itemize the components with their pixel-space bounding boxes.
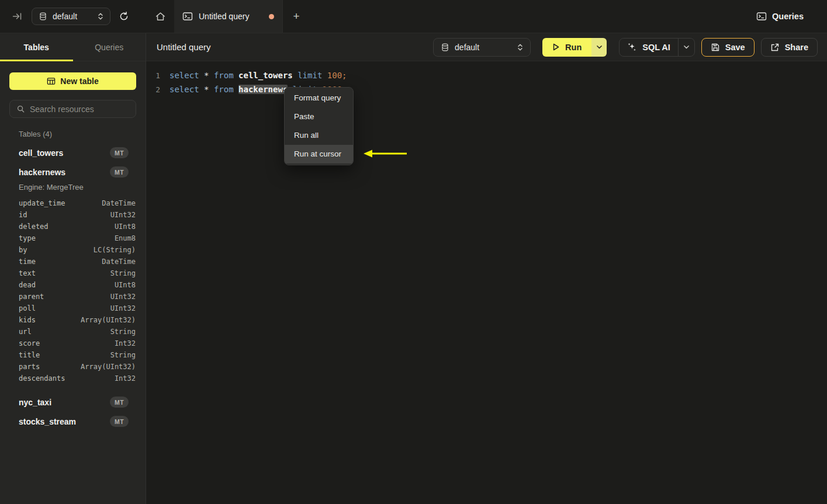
run-button-group: Run xyxy=(542,38,607,57)
column-name: dead xyxy=(19,281,36,289)
share-button[interactable]: Share xyxy=(761,38,818,57)
column-row: idUInt32 xyxy=(0,209,146,221)
column-row: typeEnum8 xyxy=(0,232,146,244)
chevron-updown-icon xyxy=(97,12,104,20)
column-name: poll xyxy=(19,304,36,312)
column-row: byLC(String) xyxy=(0,244,146,256)
menu-item-paste[interactable]: Paste xyxy=(285,107,353,126)
run-button[interactable]: Run xyxy=(542,38,591,57)
column-row: urlString xyxy=(0,326,146,338)
annotation-arrow xyxy=(364,149,408,158)
save-button-label: Save xyxy=(725,43,745,52)
column-row: deletedUInt8 xyxy=(0,221,146,232)
main-content: Untitled query default Run xyxy=(146,33,827,504)
column-type: UInt32 xyxy=(110,304,136,312)
query-title: Untitled query xyxy=(157,42,211,52)
sql-ai-options-button[interactable] xyxy=(679,39,694,56)
sql-ai-button[interactable]: SQL AI xyxy=(620,39,678,56)
column-type: Array(UInt32) xyxy=(81,363,136,371)
table-name: hackernews xyxy=(19,168,65,177)
menu-item-run-at-cursor[interactable]: Run at cursor xyxy=(285,145,353,164)
table-name: stocks_stream xyxy=(19,417,76,426)
column-type: UInt8 xyxy=(115,223,136,231)
engine-badge: MT xyxy=(110,416,129,427)
terminal-icon xyxy=(182,12,193,21)
column-row: parentUInt32 xyxy=(0,291,146,303)
column-name: id xyxy=(19,211,27,219)
column-type: DateTime xyxy=(102,199,136,207)
queries-button[interactable]: Queries xyxy=(756,0,804,33)
engine-badge: MT xyxy=(110,166,129,178)
search-input[interactable] xyxy=(30,105,136,114)
active-tab-underline xyxy=(0,60,73,61)
editor-line: 2select * from hackernews limit 1000 xyxy=(146,82,827,96)
column-name: score xyxy=(19,339,40,347)
sidebar-tab-tables[interactable]: Tables xyxy=(0,33,73,61)
tables-section-label: Tables (4) xyxy=(19,130,146,138)
sql-ai-label: SQL AI xyxy=(642,43,670,52)
code-token: cell_towers xyxy=(238,71,293,80)
column-row: pollUInt32 xyxy=(0,303,146,314)
home-icon xyxy=(155,11,166,22)
column-type: String xyxy=(110,351,136,359)
column-name: deleted xyxy=(19,223,49,231)
code-token: from xyxy=(214,71,234,80)
column-row: update_timeDateTime xyxy=(0,197,146,209)
unsaved-dot xyxy=(269,14,274,19)
tab-untitled-query[interactable]: Untitled query xyxy=(174,0,283,33)
column-type: LC(String) xyxy=(94,246,136,254)
column-name: descendants xyxy=(19,374,65,383)
sql-editor[interactable]: 1select * from cell_towers limit 100;2se… xyxy=(146,61,827,96)
table-row-nyc-taxi[interactable]: nyc_taxi MT xyxy=(0,392,146,412)
column-name: kids xyxy=(19,316,36,324)
code-token: 100; xyxy=(327,71,347,80)
table-row-cell-towers[interactable]: cell_towers MT xyxy=(0,143,146,162)
column-row: timeDateTime xyxy=(0,256,146,267)
table-name: cell_towers xyxy=(19,148,63,158)
code-token xyxy=(234,85,238,94)
sidebar-tab-queries[interactable]: Queries xyxy=(73,33,146,61)
code-token: select xyxy=(169,85,199,94)
code-text: select * from cell_towers limit 100; xyxy=(169,71,347,80)
collapse-sidebar-icon[interactable] xyxy=(12,11,22,22)
line-number: 2 xyxy=(146,85,160,94)
database-selector-toolbar[interactable]: default xyxy=(433,38,531,57)
database-selector-topbar[interactable]: default xyxy=(32,8,110,25)
code-token: select xyxy=(169,71,199,80)
column-row: descendantsInt32 xyxy=(0,373,146,384)
search-icon xyxy=(16,105,25,113)
table-icon xyxy=(47,77,56,85)
query-header: Untitled query default Run xyxy=(146,33,827,61)
table-row-hackernews[interactable]: hackernews MT xyxy=(0,162,146,182)
column-type: Enum8 xyxy=(115,234,136,242)
run-button-label: Run xyxy=(565,43,582,52)
new-tab-button[interactable]: + xyxy=(283,0,310,33)
home-button[interactable] xyxy=(146,0,174,33)
column-name: parts xyxy=(19,363,40,371)
table-name: nyc_taxi xyxy=(19,398,51,407)
new-table-button[interactable]: New table xyxy=(9,72,136,90)
topbar-left: default xyxy=(0,0,146,33)
menu-item-format-query[interactable]: Format query xyxy=(285,89,353,107)
column-name: url xyxy=(19,328,32,336)
column-type: UInt8 xyxy=(115,281,136,289)
column-name: update_time xyxy=(19,199,65,207)
refresh-icon[interactable] xyxy=(119,11,129,22)
column-row: scoreInt32 xyxy=(0,338,146,349)
run-options-button[interactable] xyxy=(591,38,607,57)
engine-label: Engine: MergeTree xyxy=(0,182,146,194)
save-button[interactable]: Save xyxy=(701,38,755,57)
chevron-down-icon xyxy=(596,45,603,50)
code-token xyxy=(234,71,238,80)
engine-badge: MT xyxy=(110,397,129,408)
column-name: type xyxy=(19,234,36,242)
table-row-stocks-stream[interactable]: stocks_stream MT xyxy=(0,412,146,431)
sql-ai-button-group: SQL AI xyxy=(619,38,695,57)
query-toolbar: default Run xyxy=(433,38,819,57)
code-token: * xyxy=(199,85,214,94)
column-row: kidsArray(UInt32) xyxy=(0,314,146,326)
menu-item-run-all[interactable]: Run all xyxy=(285,126,353,145)
code-token xyxy=(322,71,327,80)
external-link-icon xyxy=(770,43,780,52)
column-type: String xyxy=(110,269,136,277)
